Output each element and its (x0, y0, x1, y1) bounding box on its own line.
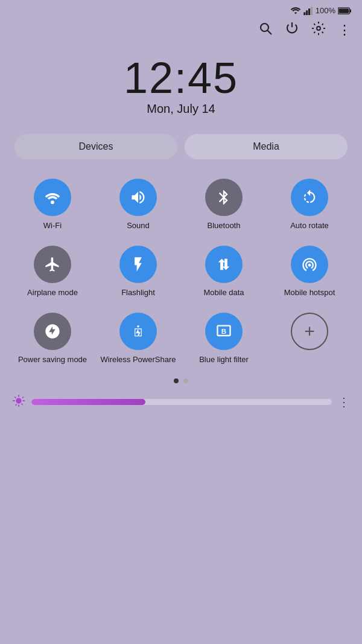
svg-line-8 (268, 31, 272, 35)
hotspot-label: Mobile hotspot (284, 288, 335, 298)
flashlight-circle (119, 246, 157, 283)
powersaving-circle (34, 313, 71, 350)
svg-rect-3 (311, 7, 313, 15)
svg-rect-1 (306, 10, 308, 15)
brightness-track[interactable] (31, 399, 332, 405)
qs-flashlight[interactable]: Flashlight (95, 238, 181, 305)
sound-circle (119, 179, 157, 216)
brightness-fill (31, 399, 145, 405)
top-actions: ⋮ (0, 18, 362, 45)
tab-row: Devices Media (0, 122, 362, 165)
wifi-status-icon (290, 7, 301, 15)
autorotate-circle (291, 179, 328, 216)
battery-text: 100% (316, 6, 335, 15)
qs-airplane[interactable]: Airplane mode (10, 238, 95, 305)
dot-1 (174, 378, 179, 383)
mobiledata-circle (205, 246, 243, 283)
more-icon[interactable]: ⋮ (338, 22, 351, 38)
tab-media[interactable]: Media (185, 134, 348, 159)
wifi-circle (34, 179, 71, 216)
search-icon[interactable] (258, 21, 273, 39)
hotspot-circle (291, 246, 328, 283)
svg-rect-0 (303, 12, 305, 15)
qs-more[interactable]: + (267, 305, 352, 372)
qs-powersaving[interactable]: Power saving mode (10, 305, 95, 372)
sound-label: Sound (127, 221, 150, 231)
autorotate-label: Auto rotate (290, 221, 329, 231)
page-dots (0, 372, 362, 387)
status-bar: 100% (0, 0, 362, 18)
bluetooth-label: Bluetooth (208, 221, 241, 231)
qs-wireless[interactable]: Wireless PowerShare (95, 305, 181, 372)
tab-devices[interactable]: Devices (14, 134, 177, 159)
qs-wifi[interactable]: Wi-Fi (10, 171, 95, 238)
settings-icon[interactable] (311, 21, 326, 39)
plus-circle: + (291, 313, 328, 350)
svg-point-7 (261, 24, 268, 31)
clock-section: 12:45 Mon, July 14 (0, 45, 362, 122)
qs-mobiledata[interactable]: Mobile data (181, 238, 267, 305)
wireless-circle (119, 313, 157, 350)
clock-time: 12:45 (0, 56, 362, 100)
mobiledata-label: Mobile data (203, 288, 244, 298)
qs-bluetooth[interactable]: Bluetooth (181, 171, 267, 238)
battery-icon (338, 7, 351, 14)
wireless-label: Wireless PowerShare (101, 355, 176, 365)
qs-autorotate[interactable]: Auto rotate (267, 171, 352, 238)
more-label (308, 355, 311, 365)
svg-rect-2 (308, 8, 310, 15)
brightness-row: ⋮ (0, 387, 362, 418)
brightness-more-icon[interactable]: ⋮ (338, 395, 350, 409)
qs-hotspot[interactable]: Mobile hotspot (267, 238, 352, 305)
svg-point-9 (317, 27, 320, 30)
svg-text:B: B (221, 327, 226, 334)
quick-settings-grid: Wi-Fi Sound Bluetooth Auto rotate (0, 165, 362, 372)
powersaving-label: Power saving mode (18, 355, 87, 365)
svg-point-11 (137, 331, 139, 333)
power-icon[interactable] (285, 21, 299, 39)
qs-bluelight[interactable]: B Blue light filter (181, 305, 267, 372)
dot-2 (183, 378, 188, 383)
svg-rect-5 (349, 9, 351, 12)
airplane-circle (34, 246, 71, 283)
bluelight-label: Blue light filter (199, 355, 249, 365)
svg-point-10 (51, 200, 54, 204)
bluetooth-circle (205, 179, 243, 216)
clock-date: Mon, July 14 (0, 102, 362, 116)
brightness-icon (12, 394, 25, 410)
qs-sound[interactable]: Sound (95, 171, 181, 238)
bluelight-circle: B (205, 313, 243, 350)
flashlight-label: Flashlight (121, 288, 155, 298)
svg-rect-6 (338, 8, 349, 13)
status-icons: 100% (290, 6, 351, 15)
airplane-label: Airplane mode (27, 288, 78, 298)
signal-icon (303, 7, 313, 15)
wifi-label: Wi-Fi (43, 221, 62, 231)
